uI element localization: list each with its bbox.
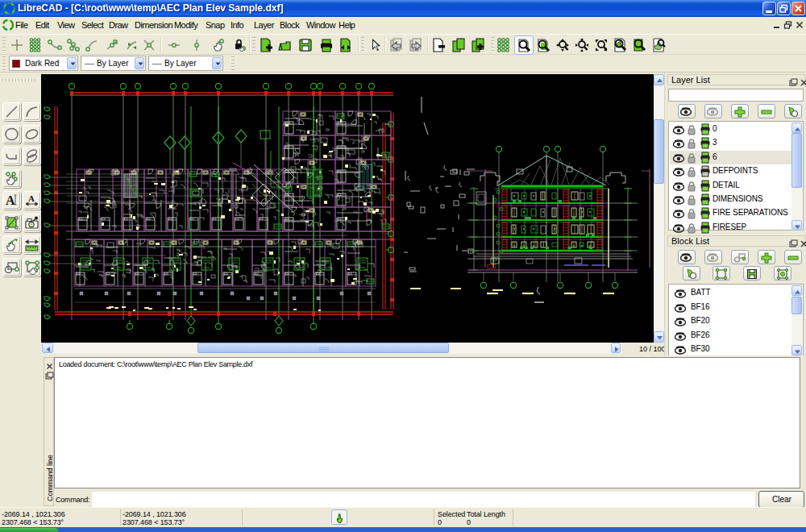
svg-text:A: A <box>6 193 15 207</box>
svg-text:A: A <box>28 193 35 203</box>
